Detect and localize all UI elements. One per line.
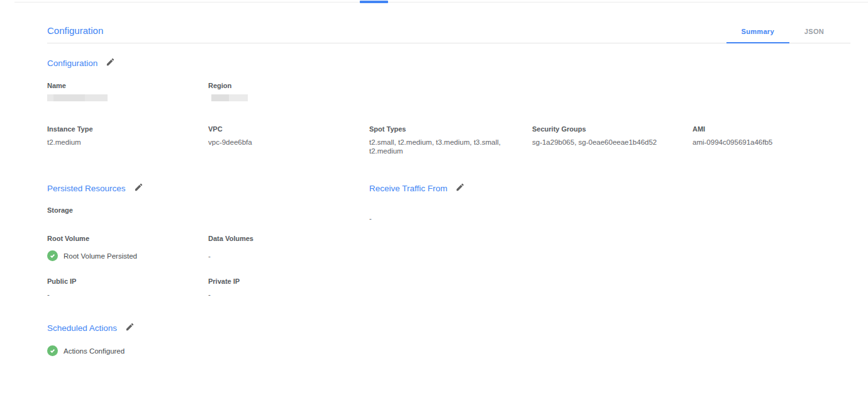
field-private-ip: Private IP - [208, 277, 369, 299]
field-data-volumes-value: - [208, 252, 369, 260]
edit-receive-traffic-button[interactable] [455, 182, 465, 194]
field-name: Name [47, 82, 208, 101]
row-volumes: Root Volume Root Volume Persisted Data V… [47, 235, 850, 261]
field-ami: AMI ami-0994c095691a46fb5 [693, 125, 850, 147]
field-public-ip: Public IP - [47, 277, 208, 299]
scheduled-actions-section-header: Scheduled Actions [47, 322, 850, 334]
row-storage: Storage - [47, 206, 850, 223]
field-region: Region [208, 82, 369, 101]
field-private-ip-label: Private IP [208, 277, 369, 286]
field-security-groups: Security Groups sg-1a29b065, sg-0eae60ee… [532, 125, 693, 147]
view-tabs: Summary JSON [726, 28, 850, 43]
configuration-section-title: Configuration [47, 59, 97, 68]
field-security-groups-value: sg-1a29b065, sg-0eae60eeae1b46d52 [532, 138, 693, 147]
field-public-ip-label: Public IP [47, 277, 208, 286]
persisted-resources-section-header: Persisted Resources [47, 182, 369, 194]
persisted-resources-title: Persisted Resources [47, 184, 126, 193]
scheduled-actions-status-text: Actions Configured [64, 347, 125, 355]
edit-scheduled-actions-button[interactable] [125, 322, 135, 334]
field-spot-types: Spot Types t2.small, t2.medium, t3.mediu… [369, 125, 532, 155]
field-vpc: VPC vpc-9dee6bfa [208, 125, 369, 147]
edit-persisted-resources-button[interactable] [134, 182, 143, 194]
page-title: Configuration [47, 25, 103, 43]
scheduled-actions-title: Scheduled Actions [47, 323, 117, 333]
field-data-volumes: Data Volumes - [208, 235, 369, 260]
field-security-groups-label: Security Groups [532, 125, 693, 133]
field-ami-label: AMI [693, 125, 850, 133]
field-vpc-value: vpc-9dee6bfa [208, 138, 369, 147]
field-root-volume: Root Volume Root Volume Persisted [47, 235, 208, 261]
field-public-ip-value: - [47, 290, 208, 299]
root-volume-status: Root Volume Persisted [47, 250, 208, 261]
storage-label: Storage [47, 206, 208, 215]
field-vpc-label: VPC [208, 125, 369, 133]
edit-icon [125, 322, 135, 334]
field-region-label: Region [208, 82, 369, 90]
field-spot-types-value: t2.small, t2.medium, t3.medium, t3.small… [369, 138, 511, 155]
receive-traffic-value: - [369, 206, 693, 223]
config-row-details: Instance Type t2.medium VPC vpc-9dee6bfa… [47, 125, 850, 155]
redacted-value [211, 94, 248, 101]
field-private-ip-value: - [208, 290, 369, 299]
field-spot-types-label: Spot Types [369, 125, 532, 133]
receive-traffic-title: Receive Traffic From [369, 184, 447, 193]
check-circle-icon [47, 250, 58, 261]
field-data-volumes-label: Data Volumes [208, 235, 369, 243]
configuration-page: Configuration Summary JSON Configuration… [47, 0, 850, 356]
field-instance-type: Instance Type t2.medium [47, 125, 208, 147]
edit-icon [106, 57, 115, 69]
field-instance-type-value: t2.medium [47, 138, 208, 147]
scheduled-actions-status: Actions Configured [47, 345, 850, 356]
edit-icon [134, 182, 143, 194]
root-volume-status-text: Root Volume Persisted [64, 252, 137, 260]
receive-traffic-section-header: Receive Traffic From [369, 182, 693, 194]
edit-icon [455, 182, 465, 194]
configuration-section-header: Configuration [47, 57, 850, 69]
page-header: Configuration Summary JSON [47, 0, 850, 43]
field-root-volume-label: Root Volume [47, 235, 208, 243]
row-ips: Public IP - Private IP - [47, 277, 850, 299]
edit-configuration-button[interactable] [106, 57, 115, 69]
redacted-value [47, 94, 108, 101]
field-name-label: Name [47, 82, 208, 90]
field-instance-type-label: Instance Type [47, 125, 208, 133]
field-ami-value: ami-0994c095691a46fb5 [693, 138, 850, 147]
config-row-name-region: Name Region [47, 82, 850, 101]
tab-json[interactable]: JSON [789, 28, 839, 43]
row-section-headers: Persisted Resources Receive Traffic From [47, 182, 850, 194]
tab-summary[interactable]: Summary [726, 28, 789, 43]
check-circle-icon [47, 345, 58, 356]
